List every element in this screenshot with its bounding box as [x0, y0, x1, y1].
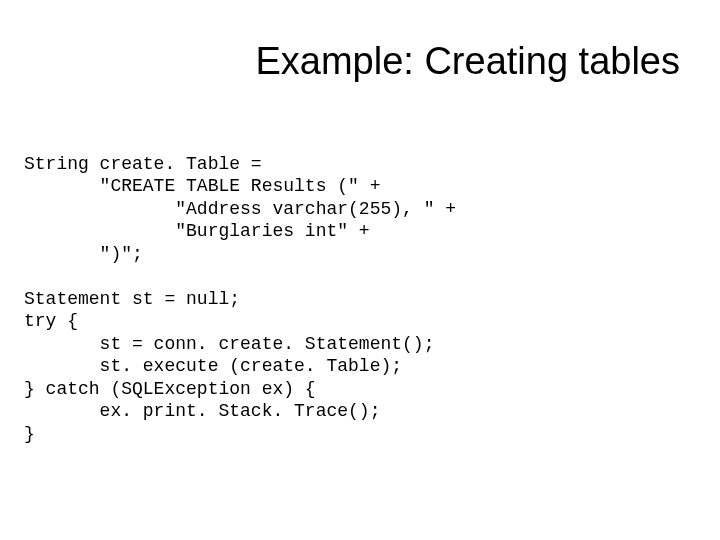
code-line: Statement st = null;	[24, 289, 240, 309]
slide: Example: Creating tables String create. …	[0, 0, 720, 540]
code-line: "CREATE TABLE Results (" +	[24, 176, 380, 196]
code-line: }	[24, 424, 35, 444]
slide-title: Example: Creating tables	[255, 40, 680, 83]
code-line: st = conn. create. Statement();	[24, 334, 434, 354]
code-block: String create. Table = "CREATE TABLE Res…	[24, 130, 456, 445]
code-line: String create. Table =	[24, 154, 262, 174]
code-line: } catch (SQLException ex) {	[24, 379, 316, 399]
code-line: st. execute (create. Table);	[24, 356, 402, 376]
code-line: ")";	[24, 244, 143, 264]
code-line: try {	[24, 311, 78, 331]
code-line: ex. print. Stack. Trace();	[24, 401, 380, 421]
code-line: "Address varchar(255), " +	[24, 199, 456, 219]
code-line: "Burglaries int" +	[24, 221, 370, 241]
